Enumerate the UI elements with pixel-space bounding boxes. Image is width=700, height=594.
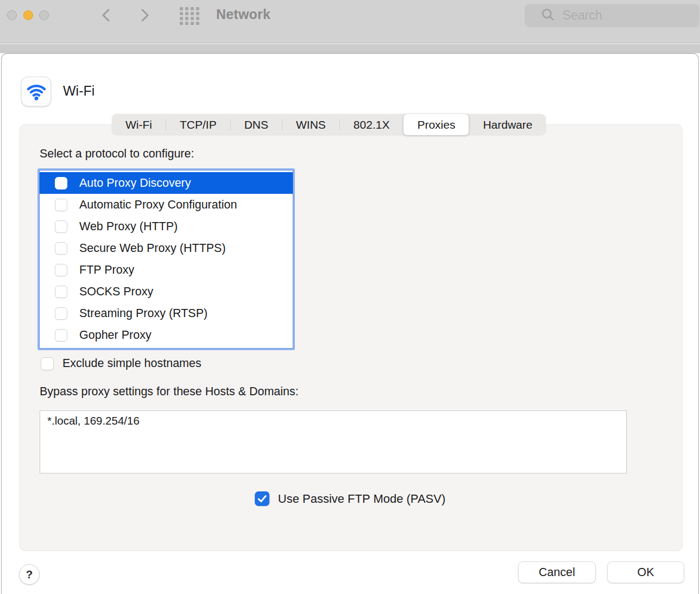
protocol-checkbox[interactable] (55, 220, 67, 233)
exclude-hostnames-row[interactable]: Exclude simple hostnames (41, 357, 201, 370)
protocol-checkbox[interactable] (55, 264, 67, 276)
passive-ftp-row[interactable]: Use Passive FTP Mode (PASV) (255, 491, 446, 506)
protocol-label: SOCKS Proxy (79, 285, 153, 299)
protocol-row[interactable]: Gopher Proxy (40, 324, 293, 346)
close-window-button[interactable] (7, 10, 17, 20)
protocol-label: Streaming Proxy (RTSP) (79, 307, 207, 320)
exclude-hostnames-checkbox[interactable] (41, 357, 54, 370)
protocol-row[interactable]: Web Proxy (HTTP) (40, 216, 293, 237)
bypass-hosts-label: Bypass proxy settings for these Hosts & … (40, 385, 299, 399)
forward-button[interactable] (137, 7, 152, 23)
protocol-label: Automatic Proxy Configuration (79, 198, 237, 212)
passive-ftp-label: Use Passive FTP Mode (PASV) (278, 492, 446, 506)
connection-name: Wi-Fi (63, 83, 94, 99)
exclude-hostnames-label: Exclude simple hostnames (62, 357, 201, 370)
minimize-window-button[interactable] (23, 10, 33, 20)
protocol-label: Auto Proxy Discovery (79, 176, 191, 190)
help-button[interactable]: ? (19, 564, 40, 585)
protocol-list-label: Select a protocol to configure: (40, 147, 194, 161)
toolbar-band (0, 44, 700, 53)
tab-802-1x[interactable]: 802.1X (340, 114, 403, 135)
protocol-checkbox[interactable] (55, 307, 67, 320)
protocol-checkbox[interactable] (55, 242, 67, 255)
search-field[interactable] (525, 4, 699, 27)
title-bar: Network (0, 0, 700, 43)
protocol-label: Web Proxy (HTTP) (79, 220, 178, 233)
protocol-label: Gopher Proxy (79, 328, 152, 342)
show-all-grid-icon[interactable] (180, 7, 200, 28)
zoom-window-button[interactable] (39, 10, 49, 20)
tab-tcp-ip[interactable]: TCP/IP (166, 114, 230, 135)
cancel-button[interactable]: Cancel (518, 561, 596, 583)
protocol-label: FTP Proxy (79, 263, 134, 277)
passive-ftp-checkbox[interactable] (255, 491, 269, 506)
protocol-row[interactable]: Secure Web Proxy (HTTPS) (40, 237, 293, 259)
tab-dns[interactable]: DNS (231, 114, 282, 135)
search-icon (541, 8, 555, 24)
protocol-checkbox[interactable] (55, 286, 67, 298)
protocol-list[interactable]: Auto Proxy DiscoveryAutomatic Proxy Conf… (40, 170, 293, 348)
protocol-row[interactable]: FTP Proxy (40, 259, 293, 281)
protocol-row[interactable]: Streaming Proxy (RTSP) (40, 302, 293, 324)
tab-wi-fi[interactable]: Wi-Fi (112, 114, 166, 135)
search-input[interactable] (563, 8, 671, 23)
protocol-row[interactable]: Automatic Proxy Configuration (40, 194, 293, 216)
tab-proxies[interactable]: Proxies (403, 114, 469, 135)
tab-hardware[interactable]: Hardware (469, 114, 546, 135)
ok-button[interactable]: OK (607, 561, 684, 583)
window-title: Network (216, 7, 270, 22)
protocol-label: Secure Web Proxy (HTTPS) (79, 242, 226, 255)
back-button[interactable] (99, 7, 113, 23)
tab-bar: Wi-FiTCP/IPDNSWINS802.1XProxiesHardware (112, 114, 546, 135)
proxies-sheet: Wi-Fi Wi-FiTCP/IPDNSWINS802.1XProxiesHar… (1, 53, 699, 594)
protocol-checkbox[interactable] (55, 177, 67, 189)
bypass-hosts-input[interactable]: *.local, 169.254/16 (40, 410, 627, 473)
tab-wins[interactable]: WINS (282, 114, 339, 135)
protocol-row[interactable]: Auto Proxy Discovery (40, 172, 293, 194)
protocol-row[interactable]: SOCKS Proxy (40, 281, 293, 302)
wifi-icon (21, 77, 51, 106)
protocol-checkbox[interactable] (55, 329, 67, 342)
protocol-checkbox[interactable] (55, 199, 67, 211)
